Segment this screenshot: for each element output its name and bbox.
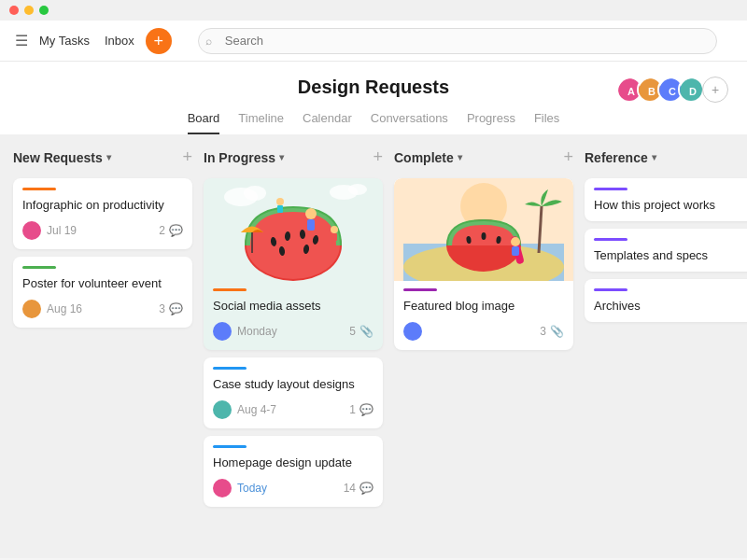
avatar xyxy=(213,479,232,497)
avatar xyxy=(403,322,422,341)
column-title-reference: Reference ▾ xyxy=(585,150,656,165)
card-poster[interactable]: Poster for volunteer event Aug 16 3 💬 xyxy=(13,257,192,328)
column-header-new-requests: New Requests ▾ + xyxy=(13,147,192,167)
search-icon: ⌕ xyxy=(205,35,212,48)
svg-point-14 xyxy=(305,208,317,219)
my-tasks-link[interactable]: My Tasks xyxy=(39,34,90,48)
hamburger-icon[interactable]: ☰ xyxy=(15,32,28,49)
comment-icon: 💬 xyxy=(359,403,374,416)
avatar xyxy=(213,322,232,341)
tab-files[interactable]: Files xyxy=(534,111,559,134)
navbar: ☰ My Tasks Inbox + ⌕ xyxy=(0,21,747,62)
tab-board[interactable]: Board xyxy=(188,111,220,134)
card-meta: Aug 16 3 💬 xyxy=(22,300,183,318)
card-color-bar xyxy=(22,266,56,269)
card-date: Today xyxy=(237,482,267,495)
card-date: Jul 19 xyxy=(47,224,77,237)
svg-rect-17 xyxy=(331,233,337,241)
ref-card-title: Archives xyxy=(594,299,747,313)
ref-card-title: Templates and specs xyxy=(594,248,747,262)
card-color-bar xyxy=(213,367,247,370)
add-member-button[interactable]: + xyxy=(702,77,728,103)
chevron-icon: ▾ xyxy=(279,152,284,162)
ref-bar xyxy=(594,288,627,291)
card-meta: Today 14 💬 xyxy=(213,479,374,497)
comment-icon: 💬 xyxy=(169,302,183,315)
card-color-bar xyxy=(403,288,437,291)
close-dot[interactable] xyxy=(9,6,19,15)
add-card-in-progress[interactable]: + xyxy=(373,147,383,167)
ref-card-how-project-works[interactable]: How this project works xyxy=(585,178,747,221)
add-card-new-requests[interactable]: + xyxy=(182,147,192,167)
card-title: Case study layout designs xyxy=(213,377,374,393)
inbox-link[interactable]: Inbox xyxy=(105,34,134,48)
minimize-dot[interactable] xyxy=(24,6,34,15)
card-infographic[interactable]: Infographic on productivity Jul 19 2 💬 xyxy=(13,178,192,249)
beach-illustration xyxy=(403,178,564,281)
column-header-complete: Complete ▾ + xyxy=(394,147,573,167)
card-meta: Jul 19 2 💬 xyxy=(22,221,183,240)
tab-calendar[interactable]: Calendar xyxy=(303,111,352,134)
card-title: Infographic on productivity xyxy=(22,198,183,214)
card-stats: 5 📎 xyxy=(349,325,374,338)
ref-bar xyxy=(594,188,627,190)
title-bar xyxy=(0,0,747,21)
card-comment-count: 3 💬 xyxy=(159,302,183,315)
card-meta: 3 📎 xyxy=(403,322,564,341)
card-title: Featured blog image xyxy=(403,299,564,315)
maximize-dot[interactable] xyxy=(39,6,49,15)
card-social-media[interactable]: Social media assets Monday 5 📎 xyxy=(204,178,383,350)
avatar xyxy=(213,400,232,419)
svg-point-4 xyxy=(348,184,367,195)
add-button[interactable]: + xyxy=(146,28,172,54)
card-title: Poster for volunteer event xyxy=(22,276,183,292)
svg-point-18 xyxy=(276,198,284,205)
svg-rect-19 xyxy=(277,205,283,213)
attachment-icon: 📎 xyxy=(359,325,374,338)
svg-point-30 xyxy=(511,237,520,246)
page-header: Design Requests A B C D + Board Timeline… xyxy=(0,62,747,134)
svg-point-16 xyxy=(331,226,338,233)
comment-icon: 💬 xyxy=(169,224,183,237)
svg-point-2 xyxy=(244,186,266,201)
card-comment-count: 1 💬 xyxy=(349,403,374,416)
card-color-bar xyxy=(213,288,247,291)
tab-conversations[interactable]: Conversations xyxy=(371,111,448,134)
svg-point-26 xyxy=(482,232,486,240)
tab-timeline[interactable]: Timeline xyxy=(238,111,284,134)
card-meta: Aug 4-7 1 💬 xyxy=(213,400,374,419)
avatar xyxy=(22,300,41,318)
column-header-in-progress: In Progress ▾ + xyxy=(204,147,383,167)
tab-progress[interactable]: Progress xyxy=(467,111,515,134)
card-color-bar xyxy=(213,445,247,448)
add-card-complete[interactable]: + xyxy=(563,147,573,167)
ref-bar xyxy=(594,238,627,241)
avatars-group: A B C D + xyxy=(616,77,728,103)
nav-links: My Tasks Inbox xyxy=(39,34,134,48)
ref-card-templates-specs[interactable]: Templates and specs xyxy=(585,229,747,272)
board: New Requests ▾ + Infographic on producti… xyxy=(0,134,747,558)
card-homepage[interactable]: Homepage design update Today 14 💬 xyxy=(204,436,383,507)
ref-card-archives[interactable]: Archives xyxy=(585,279,747,322)
column-title-in-progress: In Progress ▾ xyxy=(204,150,284,165)
card-case-study[interactable]: Case study layout designs Aug 4-7 1 💬 xyxy=(204,357,383,428)
column-in-progress: In Progress ▾ + xyxy=(204,147,383,545)
search-input[interactable] xyxy=(198,28,717,54)
card-date: Monday xyxy=(237,325,277,338)
card-title: Social media assets xyxy=(213,299,374,315)
tabs: Board Timeline Calendar Conversations Pr… xyxy=(0,105,747,134)
card-blog-image[interactable]: Featured blog image 3 📎 xyxy=(394,178,573,350)
card-date: Aug 4-7 xyxy=(237,403,276,416)
column-header-reference: Reference ▾ + xyxy=(585,147,747,167)
column-title-complete: Complete ▾ xyxy=(394,150,462,165)
avatar-4[interactable]: D xyxy=(678,77,704,103)
card-meta: Monday 5 📎 xyxy=(213,322,374,341)
watermelon-illustration xyxy=(213,178,374,281)
svg-rect-15 xyxy=(307,219,315,231)
column-title-new-requests: New Requests ▾ xyxy=(13,150,111,165)
chevron-icon: ▾ xyxy=(652,152,656,162)
attachment-icon: 📎 xyxy=(550,325,564,338)
column-reference: Reference ▾ + How this project works Tem… xyxy=(585,147,747,545)
column-complete: Complete ▾ + xyxy=(394,147,573,545)
card-comment-count: 14 💬 xyxy=(344,482,374,495)
